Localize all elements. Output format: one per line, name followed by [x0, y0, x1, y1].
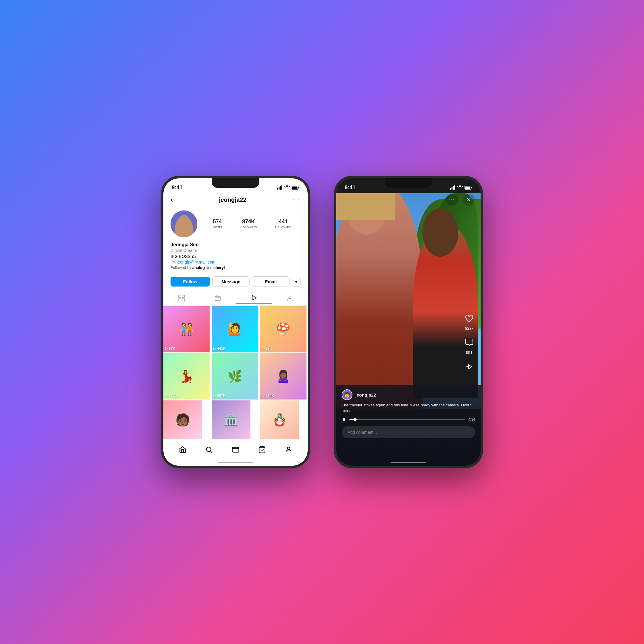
- svg-rect-9: [182, 295, 185, 298]
- play-triangle-icon: [250, 295, 257, 301]
- nav-home[interactable]: [179, 446, 186, 453]
- grid-item[interactable]: 🌿 ▷667K: [212, 353, 258, 400]
- profile-email[interactable]: 📧 jeongja@ry.mail.com: [171, 260, 301, 264]
- battery-icon-video: [465, 186, 472, 190]
- phone-video: 9:41: [334, 176, 483, 468]
- more-dots-label: ···: [449, 197, 455, 202]
- video-right-actions: 823k 551: [463, 312, 476, 373]
- grid-item[interactable]: 🧑🏾: [163, 400, 202, 439]
- more-button[interactable]: ···: [292, 196, 301, 204]
- grid-view-count: ▷87.2K: [165, 394, 178, 398]
- video-close-button[interactable]: ✕: [463, 194, 475, 206]
- profile-title: Digital Creator: [171, 248, 301, 253]
- comment-count: 551: [466, 350, 473, 355]
- avatar[interactable]: [171, 210, 197, 237]
- nav-shop[interactable]: [258, 446, 266, 453]
- progress-bar-container: ⏸ 4:34: [342, 417, 475, 422]
- comment-icon: [463, 336, 476, 349]
- grid-view-count: ▷667K: [213, 394, 226, 398]
- profile-followed-by: Followed by analog and cheryl: [171, 265, 301, 270]
- home-indicator: [218, 462, 253, 463]
- following-stat[interactable]: 441 Following: [275, 219, 292, 229]
- posts-stat[interactable]: 574 Posts: [212, 219, 222, 229]
- home-indicator-video: [391, 462, 426, 463]
- video-avatar[interactable]: 🧑: [342, 389, 352, 400]
- svg-point-4: [287, 188, 288, 189]
- comment-input[interactable]: Add comment...: [342, 426, 475, 438]
- wifi-icon-video: [457, 185, 463, 190]
- followers-count: 874K: [240, 219, 257, 225]
- grid-thumbnail: 💃: [163, 353, 210, 400]
- profile-bio: BIG BOSS 🗂: [171, 254, 301, 259]
- posts-label: Posts: [212, 225, 222, 229]
- grid-thumbnail: 🌿: [212, 353, 258, 400]
- video-scene: [336, 193, 481, 409]
- tab-reels[interactable]: [199, 292, 236, 304]
- tab-grid[interactable]: [163, 292, 199, 304]
- shop-icon: [258, 446, 266, 453]
- video-bottom-bar: 🧑 jeongja22 The traveler strikes again a…: [336, 385, 481, 466]
- like-count: 823k: [465, 326, 473, 331]
- heart-icon: [463, 312, 476, 325]
- search-icon: [205, 446, 213, 453]
- reels-nav-icon: [232, 446, 239, 453]
- grid-item[interactable]: 🙋 ▷441K: [212, 306, 258, 352]
- back-button[interactable]: ‹: [171, 196, 173, 204]
- share-icon: [463, 360, 476, 373]
- grid-thumbnail: 🙋: [212, 306, 258, 352]
- grid-item[interactable]: 🏛️: [212, 400, 250, 439]
- svg-marker-13: [252, 295, 256, 300]
- svg-rect-25: [465, 186, 470, 189]
- nav-search[interactable]: [205, 446, 213, 453]
- nav-profile[interactable]: [285, 446, 292, 453]
- signal-icon: [277, 185, 283, 190]
- grid-thumbnail: 🍄: [260, 306, 306, 352]
- status-time-profile: 9:41: [172, 185, 182, 191]
- tab-play[interactable]: [236, 292, 272, 304]
- svg-point-15: [207, 447, 211, 451]
- grid-item[interactable]: 🍄 ▷23K: [260, 306, 306, 352]
- grid-thumbnail: 🧑🏾: [163, 400, 202, 439]
- profile-header: ‹ jeongja22 ···: [163, 193, 308, 208]
- share-button[interactable]: [463, 360, 476, 373]
- follow-button[interactable]: Follow: [171, 277, 210, 287]
- status-icons-profile: [277, 185, 299, 190]
- grid-item[interactable]: 🪆: [260, 400, 299, 439]
- grid-item[interactable]: 💃 ▷87.2K: [163, 353, 210, 400]
- profile-name: Jeongja Seo: [171, 242, 301, 247]
- grid-item[interactable]: 🧑‍🤝‍🧑 ▷97K: [163, 306, 210, 352]
- nav-reels[interactable]: [232, 446, 239, 453]
- notch: [212, 178, 259, 188]
- svg-rect-12: [215, 296, 220, 301]
- phone-profile: 9:41: [161, 176, 310, 468]
- svg-point-14: [289, 296, 291, 298]
- video-more-button[interactable]: ···: [446, 194, 458, 206]
- like-button[interactable]: 823k: [463, 312, 476, 331]
- message-button[interactable]: Message: [212, 276, 250, 287]
- grid-thumbnail: 🏛️: [212, 400, 250, 439]
- grid-item[interactable]: 🙎🏾‍♀️ ▷574K: [260, 353, 306, 400]
- pause-button[interactable]: ⏸: [342, 417, 346, 422]
- svg-rect-1: [279, 187, 280, 190]
- email-button[interactable]: Email: [252, 276, 290, 287]
- video-username[interactable]: jeongja22: [355, 392, 376, 397]
- battery-icon: [292, 186, 299, 190]
- tab-tagged[interactable]: [272, 292, 308, 304]
- grid-view-count: ▷441K: [213, 346, 226, 351]
- grid-view-count: ▷23K: [262, 346, 272, 351]
- svg-rect-7: [292, 186, 298, 189]
- svg-rect-16: [232, 447, 239, 452]
- grid-icon: [178, 295, 185, 301]
- video-duration: 4:34: [468, 417, 475, 422]
- progress-track[interactable]: [349, 419, 465, 420]
- grid-view-count: ▷574K: [262, 394, 274, 398]
- progress-dot: [354, 418, 357, 421]
- chevron-button[interactable]: ▾: [292, 277, 301, 287]
- comment-button[interactable]: 551: [463, 336, 476, 355]
- close-label: ✕: [467, 196, 471, 203]
- followers-stat[interactable]: 874K Followers: [240, 219, 257, 229]
- caption-more[interactable]: more: [342, 408, 351, 413]
- svg-rect-19: [452, 187, 453, 190]
- svg-rect-8: [179, 295, 181, 298]
- svg-rect-24: [471, 187, 472, 188]
